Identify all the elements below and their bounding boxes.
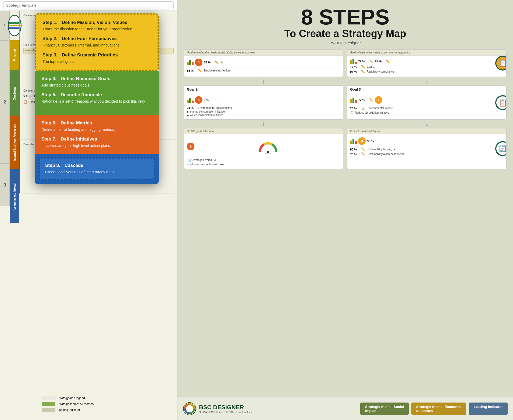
env-pct1: 5 %: [23, 94, 28, 98]
bar3: [355, 62, 357, 64]
goals-row-1: Goal related to the needs sustainability…: [177, 49, 513, 77]
goals-row-2: Goal 2 5 0 % ⊞ 21 %: [177, 85, 513, 120]
goal-3-env-pct: 23 %: [350, 107, 360, 110]
bar1: [187, 62, 189, 65]
env-impact-label: Environmental impact metric: [198, 106, 340, 109]
goal-6-metric2: Employee Satisfaction with Wor...: [187, 163, 340, 166]
pencil-icon-4: ✏️: [361, 65, 365, 69]
pencil-icon: ✏️: [215, 60, 219, 64]
satisfaction-pct: 85 %: [187, 69, 197, 72]
svg-text:hours: hours: [265, 152, 271, 155]
leading-label: Leading indicator: [474, 405, 503, 409]
perspective-internal: Internal Business Processes: [10, 116, 19, 169]
legend-item-map: Strategy map legend: [42, 396, 174, 400]
blue-steps-block: Step 8. Cascade Create local versions of…: [39, 157, 155, 180]
gov-pct2: 95 %: [375, 60, 384, 63]
goal-2-pct1: 0 %: [204, 98, 213, 102]
step-3-num: Step 3.: [42, 52, 62, 58]
step-7-body: Initiatives are your high level action p…: [41, 143, 111, 148]
theme-economic-tag[interactable]: Strategic theme: Economicoutcomes: [411, 403, 466, 415]
goal-6-box: Do HR goals take labor 6: [184, 128, 343, 169]
theme-social-tag[interactable]: Strategic theme: Socialimpact: [360, 403, 409, 415]
step-4-num: Step 4.: [41, 76, 61, 81]
bsc-logo-text: BSC DESIGNER STRATEGY EXECUTION SOFTWARE: [199, 404, 253, 414]
leaf-icon: 🍃: [361, 106, 365, 110]
arrow-down-4: ↓: [347, 120, 507, 128]
arrow-down-2: ↓: [347, 77, 507, 85]
arrow-icon: 📈: [29, 94, 33, 99]
step-1-content: Step 1. Define Mission, Vision, Values T…: [42, 20, 133, 32]
step-5-content: Step 5. Describe Rationale Rationale is …: [41, 92, 152, 110]
goal-8-training: 90 % ✏️ Sustainability training pe: [350, 147, 504, 151]
awareness-icon: ✏️: [361, 152, 365, 156]
goal-8-top: 8 90 %: [350, 137, 504, 145]
blue-steps-wrapper: Step 8. Cascade Create local versions of…: [35, 154, 159, 184]
step-5-row: Step 5. Describe Rationale Rationale is …: [41, 92, 152, 110]
legend-rect-lag: [42, 408, 55, 412]
steps-popup-card[interactable]: Step 1. Define Mission, Vision, Values T…: [35, 13, 159, 184]
bar2: [189, 60, 191, 65]
goals-row-3: Do HR goals take labor 6: [177, 128, 513, 169]
strategy-map-subtitle: To Create a Strategy Map: [183, 28, 508, 40]
bar3: [192, 62, 194, 65]
bar1: [350, 141, 352, 144]
step-8-title: Cascade: [65, 163, 83, 168]
theme-leading-tag[interactable]: Leading indicator: [469, 403, 508, 415]
copy-icon-3: ⊞: [215, 98, 217, 102]
legend-item-theme: Strategic theme: All themes: [42, 402, 174, 406]
eight-steps-title: 8 STEPS: [183, 6, 508, 28]
bar2: [352, 98, 354, 103]
goal-3-top: 77 % ✏️ 7: [350, 96, 504, 104]
arrow-down-3: ↓: [184, 120, 343, 128]
goal-2-inner: 5 0 % ⊞ 21 % Environmental impact metric…: [184, 93, 343, 119]
goal-2-badge: 5: [195, 96, 202, 104]
env-impact-pct: 21 %: [187, 106, 197, 109]
awareness-pct: 73 %: [350, 153, 360, 156]
pencil-icon-2: ✏️: [369, 59, 373, 63]
arrow-down-1: ↓: [184, 77, 343, 85]
goal-8-inner: 8 90 % 90 % ✏️ Sustainability training p…: [347, 134, 506, 159]
by-bsc-label: By BSC Designer: [183, 41, 508, 45]
gov-pct1: 77 %: [358, 60, 368, 63]
energy-init: ▶ energy consumption initiative: [187, 110, 340, 113]
step-indicator-2: 2: [0, 40, 10, 163]
step-3-body: The top-level goals.: [42, 59, 118, 64]
legend-lag-label: Lagging indicator: [58, 408, 80, 411]
search-input[interactable]: [3, 1, 174, 9]
divider: [187, 67, 340, 67]
goal-gov-chart: [350, 59, 357, 64]
water-label: water consumption initiative: [190, 114, 223, 117]
goal-4-badge: 4: [195, 59, 202, 66]
step-5-title: Describe Rationale: [61, 92, 102, 98]
pencil-icon-3: ✏️: [386, 59, 390, 63]
goal-3-env-label: Environmental impact: [367, 107, 504, 110]
divider-4: [187, 157, 340, 157]
perspective-customer: Customer: [10, 70, 19, 116]
goal-6-badge: 6: [187, 143, 194, 150]
goal-3-pct1: 77 %: [358, 98, 368, 102]
awareness-label: Sustainability awareness metric: [367, 153, 504, 156]
step-7-num: Step 7.: [41, 137, 61, 142]
bar1: [187, 100, 189, 103]
step-8-body: Create local versions of the strategy ma…: [45, 169, 116, 175]
step-indicator-3: 3: [0, 163, 10, 206]
step-8-content: Step 8. Cascade Create local versions of…: [45, 163, 116, 175]
divider-5: [350, 146, 504, 146]
goal-2-top: 5 0 % ⊞: [187, 96, 340, 104]
step-7-content: Step 7. Define Initiatives Initiatives a…: [41, 137, 111, 148]
icon-line-green: [9, 22, 21, 24]
satisfaction-label: Employee satisfaction: [204, 69, 340, 72]
right-panel: 8 STEPS To Create a Strategy Map By BSC …: [177, 0, 513, 420]
air-pollution-init: 📋 Reduce air pollution initiative: [350, 111, 504, 114]
goal-gov-box: Goal related to the needs governmental r…: [347, 49, 507, 77]
legend-area: Strategy map legend Strategic theme: All…: [39, 388, 177, 420]
copy-icon: ⊞: [220, 61, 223, 64]
avg-label: Average Overall Pe...: [193, 159, 340, 161]
divider-2: [187, 105, 340, 105]
goal-3-chart: [350, 97, 357, 103]
goal-gov-compliance: 95 % ✏️ Regulatory compliance: [350, 70, 504, 74]
goal-3-badge: 7: [375, 96, 382, 104]
legend-theme-label: Strategic theme: All themes: [58, 402, 94, 405]
gov-goal3-label: Goal 3: [367, 65, 500, 68]
goal-2-chart: [187, 97, 194, 103]
